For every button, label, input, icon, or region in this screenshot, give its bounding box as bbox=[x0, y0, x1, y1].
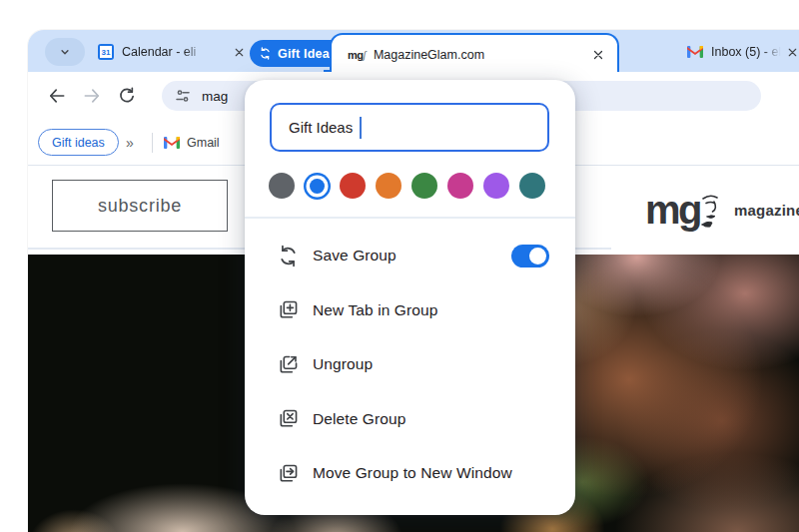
color-swatch-red[interactable] bbox=[340, 173, 366, 199]
tab-search-button[interactable] bbox=[45, 38, 85, 66]
close-icon bbox=[233, 46, 246, 59]
color-swatch-orange[interactable] bbox=[376, 173, 401, 199]
color-swatch-pink[interactable] bbox=[447, 173, 473, 199]
tab-active-magazineglam[interactable]: mgʃ MagazineGlam.com bbox=[330, 33, 619, 74]
menu-item-new-tab-in-group[interactable]: New Tab in Group bbox=[245, 283, 575, 338]
subscribe-label: subscribe bbox=[98, 196, 182, 217]
double-chevron-icon: » bbox=[126, 135, 134, 151]
toggle-knob bbox=[529, 248, 546, 265]
logo-mg-text: mg bbox=[645, 190, 700, 230]
text-caret bbox=[360, 117, 362, 139]
close-icon bbox=[786, 46, 799, 59]
popup-divider bbox=[245, 217, 575, 219]
tab-title: MagazineGlam.com bbox=[374, 48, 589, 62]
save-group-toggle-on[interactable] bbox=[511, 245, 549, 267]
bookmarks-overflow-button[interactable]: » bbox=[126, 129, 134, 156]
bookmark-chip-label: Gift ideas bbox=[52, 136, 105, 150]
forward-icon bbox=[82, 86, 102, 106]
close-tab-button[interactable] bbox=[783, 43, 799, 61]
chevron-down-icon bbox=[58, 45, 72, 59]
group-chip-label: Gift Ideas bbox=[278, 47, 337, 61]
group-name-value: Gift Ideas bbox=[289, 119, 353, 136]
close-icon bbox=[591, 48, 605, 62]
reload-button[interactable] bbox=[115, 84, 139, 108]
tab-title: Calendar - eli bbox=[122, 45, 208, 59]
move-group-icon bbox=[277, 462, 300, 485]
screenshot-stage: 31 Calendar - eli Gift Ideas mgʃ Magazin… bbox=[0, 0, 799, 532]
google-calendar-icon: 31 bbox=[98, 44, 114, 60]
logo-word-text: magazineglam bbox=[734, 202, 799, 219]
color-swatch-blue-selected[interactable] bbox=[310, 179, 325, 194]
site-controls-icon bbox=[174, 87, 192, 105]
menu-label: Ungroup bbox=[313, 355, 373, 373]
back-button[interactable] bbox=[45, 84, 69, 108]
menu-label: Delete Group bbox=[313, 410, 405, 428]
reload-icon bbox=[117, 86, 137, 106]
ungroup-icon bbox=[277, 353, 300, 376]
menu-item-save-group[interactable]: Save Group bbox=[245, 229, 575, 283]
menu-item-delete-group[interactable]: Delete Group bbox=[245, 392, 575, 447]
menu-item-move-group-to-new-window[interactable]: Move Group to New Window bbox=[245, 446, 575, 501]
gmail-icon bbox=[164, 137, 180, 149]
color-swatch-purple[interactable] bbox=[483, 173, 509, 199]
sync-icon bbox=[277, 245, 300, 267]
tab-title: Inbox (5) - elis bbox=[711, 45, 783, 59]
menu-label: New Tab in Group bbox=[313, 301, 437, 319]
saved-group-sync-icon bbox=[259, 47, 272, 60]
group-menu: Save Group New Tab in Group Ungroup bbox=[245, 229, 575, 501]
forward-button[interactable] bbox=[80, 84, 104, 108]
delete-group-icon bbox=[277, 407, 300, 430]
back-icon bbox=[47, 86, 67, 106]
tab-calendar[interactable]: 31 Calendar - eli bbox=[98, 35, 232, 69]
menu-label: Move Group to New Window bbox=[313, 464, 512, 482]
new-tab-in-group-icon bbox=[277, 298, 300, 321]
gmail-icon bbox=[687, 46, 703, 58]
bookmark-label: Gmail bbox=[187, 136, 220, 150]
color-swatch-green[interactable] bbox=[411, 173, 437, 199]
color-swatch-teal[interactable] bbox=[519, 173, 545, 199]
close-tab-button[interactable] bbox=[589, 46, 607, 64]
group-color-picker bbox=[269, 172, 545, 200]
logo-face-icon bbox=[700, 192, 722, 228]
color-swatch-grey[interactable] bbox=[269, 173, 295, 199]
close-tab-button[interactable] bbox=[230, 43, 248, 61]
bookmark-saved-group-gift-ideas[interactable]: Gift ideas bbox=[38, 129, 119, 156]
tab-strip: 31 Calendar - eli Gift Ideas mgʃ Magazin… bbox=[28, 30, 799, 72]
menu-label: Save Group bbox=[313, 247, 397, 265]
tab-group-editor-popup: Gift Ideas Save Group bbox=[245, 80, 575, 515]
subscribe-button[interactable]: subscribe bbox=[52, 180, 228, 232]
group-name-input[interactable]: Gift Ideas bbox=[270, 103, 549, 152]
url-text: mag bbox=[202, 89, 228, 104]
bookmark-gmail[interactable]: Gmail bbox=[164, 129, 220, 156]
menu-item-ungroup[interactable]: Ungroup bbox=[245, 337, 575, 392]
mg-favicon: mgʃ bbox=[348, 49, 366, 61]
bookmarks-separator bbox=[152, 133, 153, 153]
site-logo[interactable]: mg magazineglam bbox=[645, 178, 799, 242]
